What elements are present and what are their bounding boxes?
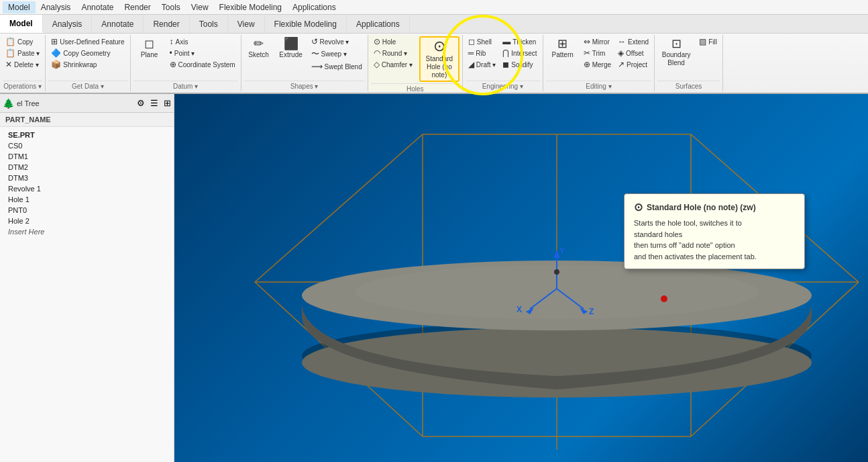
btn-mirror[interactable]: ⇔ Mirror xyxy=(581,36,614,47)
btn-sketch[interactable]: ✏ Sketch xyxy=(244,36,274,60)
editing-label[interactable]: Editing ▾ xyxy=(546,81,652,90)
btn-paste[interactable]: 📋 Paste ▾ xyxy=(3,48,42,58)
editing-items: ⊞ Pattern ⇔ Mirror ✂ Trim ⊕ Merge xyxy=(546,36,652,79)
btn-fill[interactable]: ▨ Fill xyxy=(696,36,720,47)
tree-column-header: PART_NAME xyxy=(0,113,174,127)
tree-item-hole1[interactable]: Hole 1 xyxy=(5,194,168,205)
btn-delete[interactable]: ✕ Delete ▾ xyxy=(3,59,42,70)
point-icon: • xyxy=(170,48,172,58)
shapes-label[interactable]: Shapes ▾ xyxy=(244,81,365,90)
tree-item-dtm2[interactable]: DTM2 xyxy=(5,162,168,173)
tab-applications[interactable]: Applications xyxy=(347,15,410,33)
tree-item-hole2[interactable]: Hole 2 xyxy=(5,216,168,226)
surfaces-col: ▨ Fill xyxy=(696,36,720,47)
expand-icon[interactable]: ⊞ xyxy=(164,98,171,108)
btn-sweep[interactable]: 〜 Sweep ▾ xyxy=(309,48,365,60)
fill-icon: ▨ xyxy=(699,37,706,46)
btn-shell[interactable]: ◻ Shell xyxy=(466,36,498,47)
btn-axis[interactable]: ↕ Axis xyxy=(167,36,238,47)
btn-boundary-blend[interactable]: ⊡ BoundaryBlend xyxy=(657,36,695,68)
btn-offset[interactable]: ◈ Offset xyxy=(615,48,651,58)
engineering-items: ◻ Shell ═ Rib ◢ Draft ▾ ▬ Thicke xyxy=(466,36,540,79)
tab-view[interactable]: View xyxy=(228,15,265,33)
tooltip-line-4: and then activates the placement tab. xyxy=(634,251,795,263)
get-data-label[interactable]: Get Data ▾ xyxy=(48,81,127,90)
ribbon: Model Analysis Annotate Render Tools Vie… xyxy=(0,15,868,94)
btn-extend[interactable]: ↔ Extend xyxy=(615,36,651,47)
datum-label[interactable]: Datum ▾ xyxy=(133,81,238,90)
svg-text:Z: Z xyxy=(589,307,594,316)
hole-icon: ⊙ xyxy=(374,37,380,46)
btn-coordinate-system[interactable]: ⊕ Coordinate System xyxy=(167,59,238,70)
tooltip-title: ⊙ Standard Hole (no note) (zw) xyxy=(634,201,795,214)
btn-round[interactable]: ◠ Round ▾ xyxy=(371,48,415,58)
tree-item-pnt0[interactable]: PNT0 xyxy=(5,205,168,216)
editing-col1: ⇔ Mirror ✂ Trim ⊕ Merge xyxy=(581,36,614,70)
btn-user-defined[interactable]: ⊞ User-Defined Feature xyxy=(48,36,127,47)
btn-trim[interactable]: ✂ Trim xyxy=(581,48,614,58)
btn-extrude[interactable]: ⬛ Extrude xyxy=(275,36,307,60)
btn-copy[interactable]: 📋 Copy xyxy=(3,36,42,47)
menubar: Model Analysis Annotate Render Tools Vie… xyxy=(0,0,868,15)
btn-plane[interactable]: ◻ Plane xyxy=(133,36,166,60)
btn-draft[interactable]: ◢ Draft ▾ xyxy=(466,59,498,70)
btn-merge[interactable]: ⊕ Merge xyxy=(581,59,614,70)
operations-col: 📋 Copy 📋 Paste ▾ ✕ Delete ▾ xyxy=(3,36,42,70)
standard-hole-icon: ⊙ xyxy=(433,39,445,54)
round-icon: ◠ xyxy=(374,48,380,58)
tree-items-container: SE.PRT CS0 DTM1 DTM2 DTM3 Revolve 1 Hole… xyxy=(0,127,174,462)
btn-point[interactable]: • Point ▾ xyxy=(167,48,238,58)
tooltip-icon: ⊙ xyxy=(634,201,643,214)
btn-chamfer[interactable]: ◇ Chamfer ▾ xyxy=(371,59,415,70)
merge-icon: ⊕ xyxy=(584,60,590,69)
tree-item-revolve1[interactable]: Revolve 1 xyxy=(5,183,168,194)
btn-project[interactable]: ↗ Project xyxy=(615,59,651,70)
engineering-label[interactable]: Engineering ▾ xyxy=(466,81,540,90)
tree-item-part[interactable]: SE.PRT xyxy=(5,130,168,140)
tab-flexible-modeling[interactable]: Flexible Modeling xyxy=(265,15,347,33)
btn-copy-geometry[interactable]: 🔷 Copy Geometry xyxy=(48,48,127,58)
operations-label[interactable]: Operations ▾ xyxy=(3,81,42,90)
menu-applications[interactable]: Applications xyxy=(287,1,341,13)
tooltip-line-3: then turns off "add note" option xyxy=(634,240,795,251)
btn-pattern[interactable]: ⊞ Pattern xyxy=(546,36,580,60)
btn-revolve[interactable]: ↺ Revolve ▾ xyxy=(309,36,365,47)
tab-analysis[interactable]: Analysis xyxy=(43,15,93,33)
btn-shrinkwrap[interactable]: 📦 Shrinkwrap xyxy=(48,59,127,70)
btn-thicken[interactable]: ▬ Thicken xyxy=(500,36,539,47)
btn-standard-hole[interactable]: ⊙ StandardHole (no note) xyxy=(419,36,459,82)
tab-annotate[interactable]: Annotate xyxy=(92,15,144,33)
group-holes: ⊙ Hole ◠ Round ▾ ◇ Chamfer ▾ ⊙ StandardH… xyxy=(368,35,463,91)
copy-icon: 📋 xyxy=(5,37,15,46)
tooltip-body: Starts the hole tool, switches it to sta… xyxy=(634,218,795,262)
btn-hole[interactable]: ⊙ Hole xyxy=(371,36,415,47)
operations-items: 📋 Copy 📋 Paste ▾ ✕ Delete ▾ xyxy=(3,36,42,79)
tree-item-dtm1[interactable]: DTM1 xyxy=(5,151,168,162)
menu-model[interactable]: Model xyxy=(3,1,36,13)
svg-text:X: X xyxy=(517,305,522,314)
tooltip: ⊙ Standard Hole (no note) (zw) Starts th… xyxy=(624,193,805,269)
menu-render[interactable]: Render xyxy=(119,1,156,13)
menu-annotate[interactable]: Annotate xyxy=(76,1,119,13)
tree-item-dtm3[interactable]: DTM3 xyxy=(5,173,168,183)
btn-intersect[interactable]: ⋂ Intersect xyxy=(500,48,539,58)
btn-rib[interactable]: ═ Rib xyxy=(466,48,498,58)
menu-tools[interactable]: Tools xyxy=(156,1,186,13)
tab-model[interactable]: Model xyxy=(0,15,43,33)
menu-flexible-modeling[interactable]: Flexible Modeling xyxy=(214,1,287,13)
tree-item-insert-here[interactable]: Insert Here xyxy=(5,226,168,237)
tree-item-cs0[interactable]: CS0 xyxy=(5,140,168,151)
tab-tools[interactable]: Tools xyxy=(190,15,228,33)
btn-solidify[interactable]: ◼ Solidify xyxy=(500,59,539,70)
btn-swept-blend[interactable]: ⟿ Swept Blend xyxy=(309,61,365,72)
tab-render[interactable]: Render xyxy=(144,15,189,33)
settings-icon[interactable]: ⚙ xyxy=(137,98,145,108)
axis-icon: ↕ xyxy=(170,37,174,46)
view-toggle-icon[interactable]: ☰ xyxy=(150,98,158,108)
menu-view[interactable]: View xyxy=(186,1,214,13)
svg-line-2 xyxy=(255,134,423,282)
left-panel: 🌲 el Tree ⚙ ☰ ⊞ PART_NAME SE.PRT CS0 DTM… xyxy=(0,94,174,462)
user-defined-icon: ⊞ xyxy=(51,37,58,46)
menu-analysis[interactable]: Analysis xyxy=(36,1,76,13)
group-surfaces: ⊡ BoundaryBlend ▨ Fill Surfaces xyxy=(655,35,723,91)
